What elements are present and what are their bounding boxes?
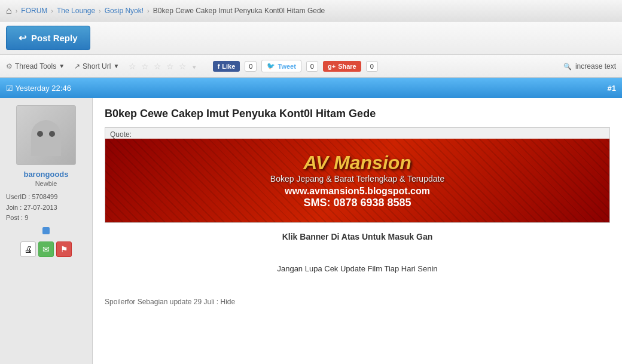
user-avatar (16, 105, 76, 165)
user-id-label: UserID (6, 193, 26, 200)
star1[interactable]: ☆ (129, 62, 138, 71)
toolbar: ⚙ Thread Tools ▼ ↗ Short Url ▼ ☆ ☆ ☆ ☆ ☆… (0, 55, 622, 78)
short-url-chevron: ▼ (113, 63, 119, 69)
search-icon: 🔍 (563, 63, 572, 70)
breadcrumb-forum[interactable]: FORUM (21, 7, 47, 15)
thread-header: ☑ Yesterday 22:46 #1 (0, 78, 622, 98)
post-label: Post (6, 214, 19, 221)
banner-title: AV Mansion (303, 152, 411, 174)
star2[interactable]: ☆ (141, 62, 150, 71)
user-info: UserID : 5708499 Join : 27-07-2013 Post … (6, 192, 86, 224)
user-actions: 🖨 ✉ ⚑ (20, 241, 72, 257)
ghost-eye-left (37, 131, 43, 137)
banner-subtitle: Bokep Jepang & Barat Terlengkap & Terupd… (270, 174, 444, 183)
update-text: Jangan Lupa Cek Update Film Tiap Hari Se… (105, 263, 610, 276)
thread-tools-label: Thread Tools (15, 62, 56, 71)
breadcrumb-sep3: › (99, 7, 101, 14)
join-date: 27-07-2013 (23, 204, 57, 211)
post-reply-label: Post Reply (31, 33, 78, 43)
tweet-label: Tweet (278, 63, 295, 70)
breadcrumb-sep2: › (51, 7, 53, 14)
gear-icon: ⚙ (6, 62, 13, 71)
breadcrumb-sep4: › (147, 7, 150, 14)
gplus-icon: g+ (328, 63, 336, 70)
quote-label: Quote: (105, 128, 609, 139)
facebook-like-button[interactable]: f Like (213, 61, 240, 72)
star3[interactable]: ☆ (154, 62, 163, 71)
gplus-count: 0 (366, 61, 378, 72)
twitter-icon: 🐦 (267, 62, 275, 70)
main-content: barongoods Newbie UserID : 5708499 Join … (0, 98, 622, 364)
spoiler-text: Spoilerfor Sebagian update 29 Juli : Hid… (105, 296, 610, 308)
username[interactable]: barongoods (23, 170, 68, 179)
tweet-button[interactable]: 🐦 Tweet (261, 60, 301, 72)
ghost-eye-right (49, 131, 55, 137)
post-title: B0kep Cewe Cakep Imut Penyuka Kont0l Hit… (105, 108, 610, 120)
check-icon: ☑ (6, 84, 13, 93)
user-role: Newbie (35, 180, 57, 187)
thread-timestamp: Yesterday 22:46 (15, 84, 71, 93)
post-row: Post : 9 (6, 213, 86, 224)
user-id-value: 5708499 (32, 193, 57, 200)
report-button[interactable]: ⚑ (56, 241, 72, 257)
post-reply-bar: ↩ Post Reply (0, 22, 622, 55)
star-rating[interactable]: ☆ ☆ ☆ ☆ ☆ ▼ (129, 62, 198, 71)
post-content: B0kep Cewe Cakep Imut Penyuka Kont0l Hit… (93, 98, 622, 364)
gplus-label: Share (338, 63, 356, 70)
star4[interactable]: ☆ (166, 62, 175, 71)
short-url-label: Short Url (83, 62, 111, 71)
star-chevron: ▼ (191, 64, 199, 71)
user-id-row: UserID : 5708499 (6, 192, 86, 203)
breadcrumb-lounge[interactable]: The Lounge (57, 7, 95, 15)
increase-text-label: increase text (575, 62, 616, 71)
home-icon[interactable]: ⌂ (6, 5, 12, 16)
link-icon: ↗ (74, 62, 80, 71)
banner-image[interactable]: AV Mansion Bokep Jepang & Barat Terlengk… (105, 139, 609, 222)
breadcrumb-sep: › (16, 7, 18, 14)
online-indicator (42, 227, 50, 234)
breadcrumb-gosip[interactable]: Gosip Nyok! (105, 7, 144, 15)
post-reply-button[interactable]: ↩ Post Reply (6, 26, 90, 50)
reply-arrow-icon: ↩ (19, 32, 26, 44)
thread-timestamp-area: ☑ Yesterday 22:46 (6, 84, 71, 93)
banner-url: www.avmansion5.blogspot.com (285, 186, 430, 197)
banner-sms: SMS: 0878 6938 8585 (303, 197, 411, 209)
fb-icon: f (218, 63, 220, 70)
print-button[interactable]: 🖨 (20, 241, 36, 257)
join-label: Join (6, 204, 18, 211)
star5[interactable]: ☆ (179, 62, 188, 71)
cta-text: Klik Banner Di Atas Untuk Masuk Gan (105, 230, 610, 243)
post-body: Klik Banner Di Atas Untuk Masuk Gan Jang… (105, 230, 610, 308)
fb-label: Like (222, 63, 235, 70)
short-url[interactable]: ↗ Short Url ▼ (74, 62, 119, 71)
fb-count: 0 (245, 61, 257, 72)
thread-tools[interactable]: ⚙ Thread Tools ▼ (6, 62, 65, 71)
thread-tools-chevron: ▼ (59, 63, 65, 69)
increase-text-button[interactable]: 🔍 increase text (563, 62, 616, 71)
gplus-share-button[interactable]: g+ Share (323, 61, 361, 72)
social-buttons: f Like 0 🐦 Tweet 0 g+ Share 0 (213, 60, 378, 72)
breadcrumb-thread: B0kep Cewe Cakep Imut Penyuka Kont0l Hit… (153, 7, 325, 15)
quote-block: Quote: AV Mansion Bokep Jepang & Barat T… (105, 127, 610, 223)
join-row: Join : 27-07-2013 (6, 203, 86, 213)
post-number: #1 (608, 84, 616, 93)
message-button[interactable]: ✉ (38, 241, 54, 257)
tweet-count: 0 (306, 61, 318, 72)
avatar-ghost (31, 120, 61, 156)
breadcrumb: ⌂ › FORUM › The Lounge › Gosip Nyok! › B… (0, 0, 622, 22)
user-sidebar: barongoods Newbie UserID : 5708499 Join … (0, 98, 93, 364)
post-count: 9 (25, 214, 28, 221)
